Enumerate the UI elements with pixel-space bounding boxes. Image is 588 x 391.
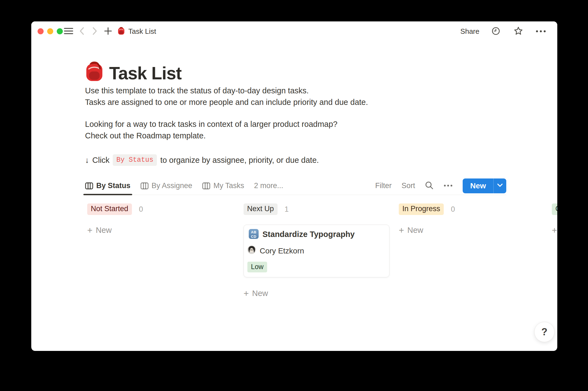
- tab-my-tasks[interactable]: My Tasks: [202, 177, 244, 195]
- by-status-code-chip: By Status: [113, 154, 157, 166]
- hamburger-icon: [64, 27, 73, 35]
- status-badge: In Progress: [399, 203, 444, 215]
- toolbar-page-title: Task List: [128, 27, 156, 36]
- new-task-button-group: New: [463, 178, 506, 193]
- more-views-button[interactable]: 2 more...: [254, 181, 283, 190]
- abcd-input-latin-icon: AB CD: [249, 229, 259, 239]
- board-column-completed-clipped: C +: [552, 204, 557, 235]
- task-card-title: Standardize Typography: [262, 230, 355, 239]
- close-window-button[interactable]: [38, 28, 44, 34]
- board-view-icon: [140, 182, 149, 189]
- more-options-button[interactable]: [535, 25, 547, 37]
- status-badge: Next Up: [244, 203, 278, 215]
- plus-icon: +: [87, 226, 92, 235]
- backpack-icon: [117, 26, 125, 36]
- sidebar-toggle-button[interactable]: [63, 25, 75, 37]
- back-button[interactable]: [76, 25, 88, 37]
- add-card-button[interactable]: +: [552, 226, 557, 235]
- page-title: Task List: [109, 63, 182, 83]
- favorite-button[interactable]: [512, 25, 524, 37]
- updates-button[interactable]: [490, 25, 502, 37]
- chevron-down-icon: [497, 183, 503, 188]
- board-column-in-progress: In Progress 0 + New: [399, 204, 545, 235]
- description-line: Tasks are assigned to one or more people…: [85, 98, 368, 107]
- star-icon: [514, 26, 523, 37]
- hint-line: ↓ Click By Status to organize by assigne…: [85, 154, 319, 166]
- status-badge: Not Started: [87, 203, 132, 215]
- hint-rest-text: to organize by assignee, priority, or du…: [160, 156, 319, 165]
- add-card-button[interactable]: + New: [244, 289, 268, 298]
- column-count: 0: [139, 205, 143, 214]
- desktop-background: { "toolbar": { "title": "Task List", "sh…: [0, 0, 588, 391]
- plus-icon: +: [399, 226, 404, 235]
- add-card-button[interactable]: + New: [87, 226, 112, 235]
- column-count: 1: [285, 205, 289, 214]
- clock-icon: [491, 27, 500, 36]
- zoom-window-button[interactable]: [57, 28, 63, 34]
- view-bar-controls: Filter Sort New: [375, 177, 506, 195]
- tab-by-assignee[interactable]: By Assignee: [140, 177, 193, 195]
- column-header[interactable]: In Progress 0: [399, 204, 545, 215]
- tab-label: By Status: [96, 181, 131, 190]
- hint-click-text: Click: [92, 156, 110, 165]
- page-icon-backpack[interactable]: [84, 60, 104, 82]
- tab-label: My Tasks: [213, 181, 244, 190]
- search-button[interactable]: [425, 181, 434, 191]
- view-bar: By Status By Assignee My Tasks 2 more...…: [85, 177, 506, 195]
- app-window: Task List Share: [31, 21, 557, 351]
- forward-button[interactable]: [89, 25, 101, 37]
- tab-label: By Assignee: [152, 181, 193, 190]
- new-page-button[interactable]: [102, 25, 114, 37]
- plus-icon: +: [552, 226, 557, 235]
- assignee-avatar: [247, 245, 256, 254]
- chevron-left-icon: [79, 27, 84, 36]
- column-header[interactable]: C: [552, 204, 557, 215]
- ellipsis-icon: [536, 29, 546, 33]
- new-task-dropdown-button[interactable]: [494, 178, 506, 193]
- filter-button[interactable]: Filter: [375, 181, 392, 190]
- add-card-label: New: [407, 226, 423, 235]
- description-line: Looking for a way to track tasks in cont…: [85, 120, 337, 129]
- plus-icon: +: [244, 289, 249, 298]
- board-view-icon: [202, 182, 210, 189]
- toolbar: Task List Share: [31, 21, 557, 41]
- minimize-window-button[interactable]: [47, 28, 53, 34]
- window-controls: [38, 28, 63, 34]
- column-header[interactable]: Not Started 0: [87, 204, 233, 215]
- status-badge: C: [552, 203, 557, 215]
- new-task-button[interactable]: New: [463, 178, 493, 193]
- breadcrumb[interactable]: Task List: [117, 26, 156, 36]
- column-count: 0: [451, 205, 455, 214]
- share-button[interactable]: Share: [460, 27, 479, 36]
- tab-by-status[interactable]: By Status: [85, 177, 131, 195]
- chevron-right-icon: [92, 27, 98, 36]
- search-icon: [425, 181, 434, 191]
- board-column-not-started: Not Started 0 + New: [87, 204, 233, 235]
- plus-icon: [104, 27, 112, 36]
- description-line: Use this template to track the status of…: [85, 86, 309, 95]
- board-column-next-up: Next Up 1 AB CD Standardize Typography: [244, 204, 389, 298]
- add-card-button[interactable]: + New: [399, 226, 423, 235]
- assignee-name: Cory Etzkorn: [260, 247, 304, 255]
- task-card[interactable]: AB CD Standardize Typography C: [244, 225, 389, 277]
- sort-button[interactable]: Sort: [402, 181, 415, 190]
- arrow-down-icon: ↓: [85, 156, 89, 165]
- view-tabs: By Status By Assignee My Tasks 2 more...: [85, 177, 283, 195]
- priority-badge: Low: [247, 262, 267, 272]
- view-options-button[interactable]: [443, 184, 453, 188]
- ellipsis-icon: [443, 184, 453, 188]
- board-view-icon: [85, 182, 93, 189]
- add-card-label: New: [252, 289, 268, 298]
- add-card-label: New: [96, 226, 112, 235]
- help-button[interactable]: ?: [534, 322, 555, 342]
- description-line: Check out the Roadmap template.: [85, 131, 206, 140]
- column-header[interactable]: Next Up 1: [244, 204, 389, 215]
